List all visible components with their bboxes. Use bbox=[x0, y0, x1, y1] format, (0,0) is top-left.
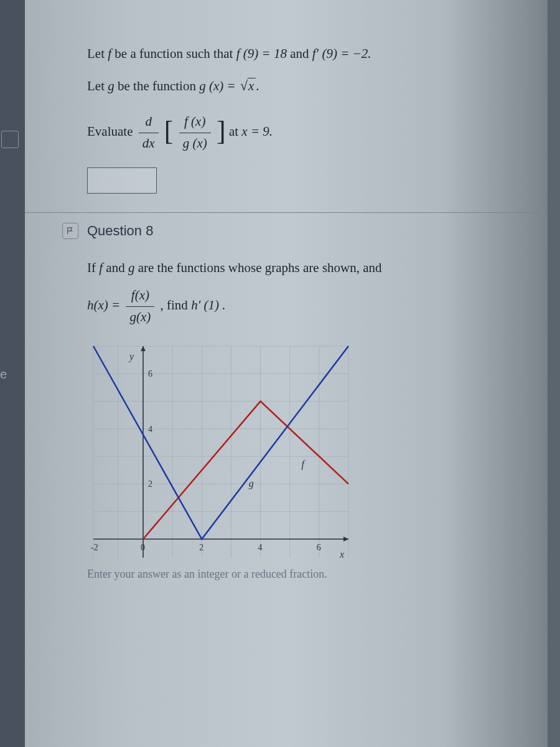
flag-svg-icon bbox=[66, 227, 75, 235]
left-letter-e: e bbox=[0, 367, 9, 382]
q7-line1: Let f be a function such that f (9) = 18… bbox=[87, 44, 523, 65]
denominator: dx bbox=[139, 133, 159, 154]
svg-text:x: x bbox=[339, 549, 344, 558]
svg-text:f: f bbox=[302, 459, 306, 470]
text: and bbox=[287, 46, 312, 61]
q7-content: Let f be a function such that f (9) = 18… bbox=[87, 44, 523, 194]
numerator: f (x) bbox=[179, 111, 211, 133]
text: , find bbox=[161, 298, 192, 312]
d-dx-frac: d dx bbox=[139, 111, 159, 154]
denominator: g(x) bbox=[126, 307, 154, 328]
question-8-header: Question 8 bbox=[62, 223, 523, 239]
graph: -20246246yxfg bbox=[87, 340, 355, 558]
hx-frac: f(x) g(x) bbox=[126, 285, 154, 327]
fg-frac: f (x) g (x) bbox=[179, 111, 211, 154]
right-bracket-icon: ] bbox=[217, 118, 226, 145]
text: at bbox=[229, 124, 241, 139]
q8-line2: h(x) = f(x) g(x) , find h′ (1) . bbox=[87, 285, 523, 327]
chart-svg: -20246246yxfg bbox=[87, 340, 355, 558]
text: be the function bbox=[114, 78, 199, 93]
svg-text:2: 2 bbox=[199, 543, 203, 552]
numerator: f(x) bbox=[126, 285, 154, 307]
sqrt-icon: x bbox=[239, 75, 256, 97]
question-8-title: Question 8 bbox=[87, 223, 153, 239]
math: x = 9. bbox=[241, 124, 273, 139]
text: If f and g are the functions whose graph… bbox=[87, 260, 382, 275]
flag-icon[interactable] bbox=[62, 223, 78, 239]
question-7-body: Let f be a function such that f (9) = 18… bbox=[62, 44, 523, 194]
svg-text:2: 2 bbox=[148, 480, 152, 489]
answer-input-q7[interactable] bbox=[87, 167, 157, 194]
page-surface: Let f be a function such that f (9) = 18… bbox=[25, 0, 548, 747]
svg-text:6: 6 bbox=[148, 369, 152, 378]
denominator: g (x) bbox=[179, 133, 211, 154]
svg-text:6: 6 bbox=[317, 543, 321, 552]
svg-text:0: 0 bbox=[141, 543, 145, 552]
radicand: x bbox=[248, 78, 256, 93]
left-bracket-icon: [ bbox=[164, 118, 174, 145]
q8-line1: If f and g are the functions whose graph… bbox=[87, 258, 523, 279]
divider bbox=[25, 212, 548, 213]
math: f′ (9) = −2. bbox=[312, 46, 371, 61]
text: . bbox=[256, 78, 259, 93]
text: be a function such that bbox=[111, 46, 236, 61]
svg-text:4: 4 bbox=[148, 425, 152, 434]
math: h′ (1) . bbox=[191, 298, 225, 312]
text: Let bbox=[87, 46, 108, 61]
svg-text:g: g bbox=[249, 478, 254, 489]
math: f (9) = 18 bbox=[236, 46, 287, 61]
q8-content: If f and g are the functions whose graph… bbox=[87, 258, 523, 583]
math: h(x) = bbox=[87, 298, 123, 312]
svg-text:y: y bbox=[128, 351, 134, 362]
answer-hint: Enter your answer as an integer or a red… bbox=[87, 565, 523, 583]
text: Let bbox=[87, 78, 108, 93]
text: Evaluate bbox=[87, 124, 136, 139]
math: g (x) = bbox=[199, 78, 239, 93]
numerator: d bbox=[139, 111, 159, 133]
q7-line2: Let g be the function g (x) = x. bbox=[87, 75, 523, 97]
checkbox-stub[interactable] bbox=[1, 131, 19, 148]
q7-evaluate: Evaluate d dx [ f (x) g (x) ] at x = 9. bbox=[87, 111, 523, 154]
svg-text:-2: -2 bbox=[91, 543, 98, 552]
svg-text:4: 4 bbox=[258, 543, 263, 552]
